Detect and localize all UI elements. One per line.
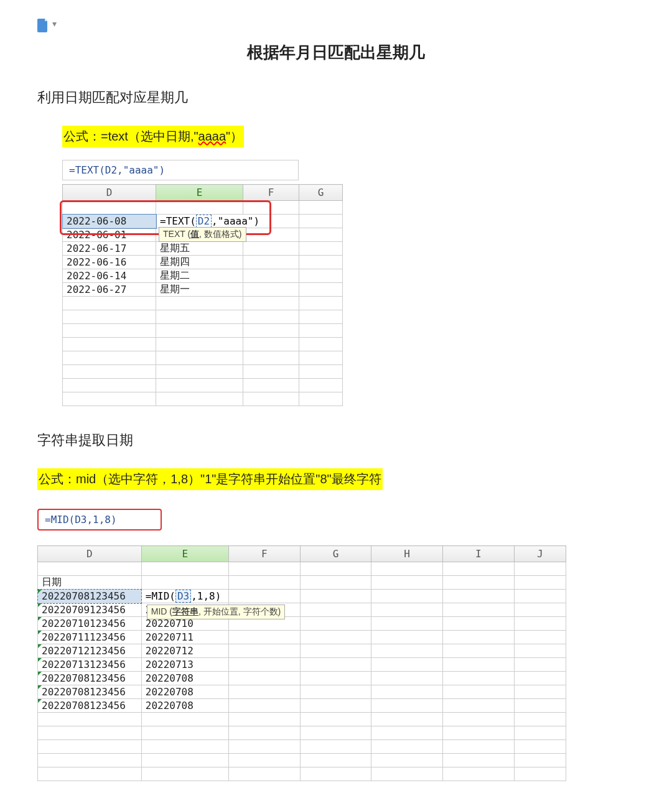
page-title: 根据年月日匹配出星期几	[37, 42, 635, 63]
column-headers-2: D E F G H I J	[38, 546, 566, 562]
cell-E3-formula[interactable]: =MID(D3,1,8)	[141, 590, 228, 603]
formula-bar-2[interactable]: =MID(D3,1,8)	[37, 509, 162, 531]
col-D[interactable]: D	[63, 185, 156, 201]
col-E2[interactable]: E	[141, 546, 228, 562]
cell-D2[interactable]: 2022-06-08	[63, 215, 156, 228]
formula-tooltip-1: TEXT (值, 数值格式)	[159, 227, 246, 242]
grid-1[interactable]: D E F G 2022-06-08 =TEXT(D2,"aaaa") 2022…	[62, 184, 343, 406]
formula-1-highlight: 公式：=text（选中日期,"aaaa"）	[62, 126, 244, 147]
spreadsheet-1: =TEXT(D2,"aaaa") D E F G 2022-06-08 =TEX…	[62, 160, 635, 406]
col-E[interactable]: E	[156, 185, 243, 201]
selected-row: 2022-06-08 =TEXT(D2,"aaaa")	[63, 215, 343, 228]
cell-E2-formula[interactable]: =TEXT(D2,"aaaa")	[156, 215, 299, 228]
formula-bar-1[interactable]: =TEXT(D2,"aaaa")	[62, 160, 299, 180]
section-1-heading: 利用日期匹配对应星期几	[37, 88, 635, 107]
formula-2-highlight: 公式：mid（选中字符，1,8）"1"是字符串开始位置"8"最终字符	[37, 468, 383, 490]
col-F[interactable]: F	[243, 185, 299, 201]
formula-tooltip-2: MID (字符串, 开始位置, 字符个数)	[147, 605, 285, 619]
column-headers: D E F G	[63, 185, 343, 201]
section-2-heading: 字符串提取日期	[37, 431, 635, 450]
grid-2[interactable]: D E F G H I J 日期 20220708123456 =MID(D3,…	[37, 545, 566, 781]
cell-D3[interactable]: 20220708123456	[38, 590, 142, 603]
document-icon: ▾	[37, 19, 57, 35]
cell-E3[interactable]: 星期三 TEXT (值, 数值格式)	[156, 228, 243, 242]
spreadsheet-2: =MID(D3,1,8) D E F G H I J 日期 2022070812…	[37, 509, 635, 781]
col-I2[interactable]: I	[442, 546, 514, 562]
col-G2[interactable]: G	[300, 546, 371, 562]
col-G[interactable]: G	[299, 185, 343, 201]
col-H2[interactable]: H	[371, 546, 443, 562]
col-J2[interactable]: J	[514, 546, 566, 562]
cell-D3[interactable]: 2022-06-01	[63, 228, 156, 242]
col-F2[interactable]: F	[229, 546, 301, 562]
cell-header-date[interactable]: 日期	[38, 576, 142, 590]
col-D2[interactable]: D	[38, 546, 142, 562]
